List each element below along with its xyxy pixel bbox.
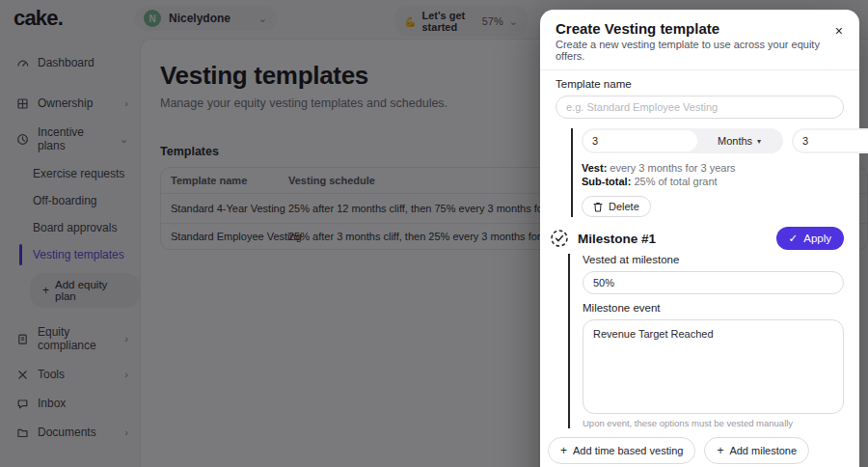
close-icon[interactable]: × — [835, 24, 843, 38]
modal-title: Create Vesting template — [556, 20, 844, 37]
milestone-event-label: Milestone event — [583, 302, 844, 315]
dropdown-caret-icon: ▾ — [757, 137, 761, 146]
subtotal-text: 25% of total grant — [634, 176, 717, 187]
vesting-duration-input[interactable] — [794, 130, 868, 151]
template-name-input[interactable] — [556, 96, 844, 119]
create-vesting-template-modal: Create Vesting template Create a new ves… — [540, 10, 859, 467]
vesting-interval-input[interactable] — [583, 130, 697, 151]
subtotal-label: Sub-total: — [582, 176, 631, 187]
interval-unit-dropdown[interactable]: Months ▾ — [697, 135, 781, 147]
subtotal-summary: Sub-total: 25% of total grant — [582, 175, 844, 188]
vesting-interval-control: Months ▾ — [582, 128, 783, 153]
add-milestone-label: Add milestone — [729, 445, 797, 456]
time-based-vesting-section: Months ▾ Years ▾ Vest: every 3 months fo… — [571, 128, 844, 217]
delete-button[interactable]: Delete — [582, 196, 651, 217]
vest-text: every 3 months for 3 years — [610, 162, 735, 174]
apply-label: Apply — [803, 233, 831, 244]
trash-icon — [593, 202, 603, 212]
delete-label: Delete — [609, 201, 639, 212]
plus-icon: + — [717, 444, 723, 457]
add-milestone-button[interactable]: + Add milestone — [704, 437, 809, 464]
milestone-section: Vested at milestone Milestone event Reve… — [568, 254, 844, 428]
vest-summary: Vest: every 3 months for 3 years — [582, 161, 844, 175]
plus-icon: + — [560, 444, 567, 457]
milestone-check-icon — [550, 229, 569, 248]
vested-at-milestone-input[interactable] — [583, 271, 844, 294]
interval-unit-value: Months — [718, 135, 752, 147]
check-icon: ✓ — [789, 232, 799, 245]
vest-label: Vest: — [582, 162, 607, 174]
apply-button[interactable]: ✓ Apply — [776, 227, 844, 250]
vesting-duration-control: Years ▾ — [792, 128, 868, 153]
milestone-title: Milestone #1 — [578, 232, 656, 246]
vested-at-milestone-label: Vested at milestone — [583, 254, 844, 266]
milestone-event-textarea[interactable]: Revenue Target Reached — [583, 319, 844, 414]
modal-subtitle: Create a new vesting template to use acr… — [556, 39, 844, 62]
add-time-label: Add time based vesting — [573, 445, 683, 456]
add-time-based-vesting-button[interactable]: + Add time based vesting — [548, 437, 695, 464]
template-name-label: Template name — [556, 78, 844, 91]
milestone-helper-text: Upon event, these options must be vested… — [583, 418, 844, 428]
